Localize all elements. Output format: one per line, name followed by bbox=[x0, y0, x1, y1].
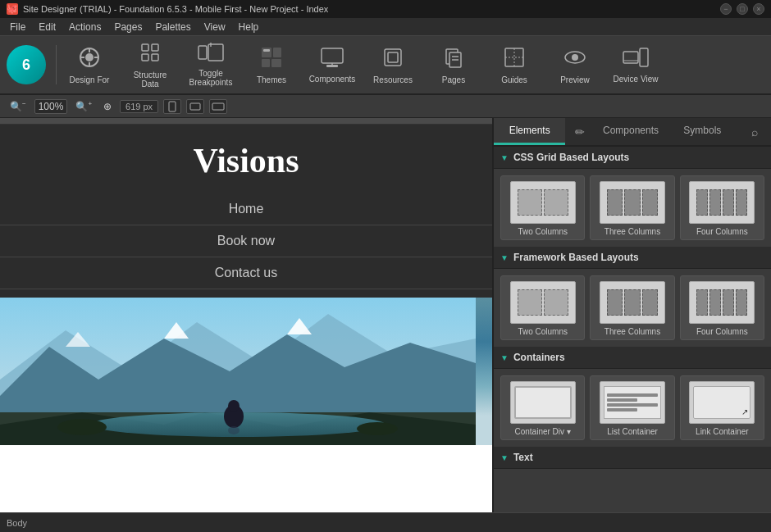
element-fw-two-col[interactable]: Two Columns bbox=[500, 275, 585, 340]
svg-point-50 bbox=[57, 419, 107, 435]
structure-data-icon bbox=[139, 41, 162, 67]
element-list-container[interactable]: List Container bbox=[590, 375, 674, 440]
toolbar-device-view[interactable]: Device View bbox=[606, 39, 665, 91]
toolbar-structure-data[interactable]: Structure Data bbox=[121, 39, 180, 91]
menu-actions[interactable]: Actions bbox=[62, 20, 107, 34]
css-four-col-thumb bbox=[689, 181, 755, 224]
link-container-thumb: ↗ bbox=[689, 381, 755, 424]
svg-rect-22 bbox=[388, 52, 398, 62]
svg-rect-6 bbox=[142, 44, 148, 51]
toolbar-toggle-breakpoints[interactable]: Toggle Breakpoints bbox=[181, 39, 240, 91]
fw-two-col-thumb bbox=[510, 281, 576, 324]
toolbar-preview[interactable]: Preview bbox=[545, 39, 604, 91]
device-view-label: Device View bbox=[614, 75, 659, 84]
toolbar-components[interactable]: Components bbox=[303, 39, 362, 91]
canvas-scrollbar-horizontal[interactable] bbox=[0, 118, 492, 125]
guides-label: Guides bbox=[501, 75, 527, 84]
menu-view[interactable]: View bbox=[198, 20, 232, 34]
svg-rect-33 bbox=[640, 48, 648, 66]
panel-content: ▼ CSS Grid Based Layouts Two Columns bbox=[494, 147, 771, 512]
site-title: Visions bbox=[0, 141, 492, 180]
zoom-out-button[interactable]: 🔍− bbox=[7, 98, 30, 114]
container-div-thumb bbox=[510, 381, 576, 424]
svg-rect-16 bbox=[271, 59, 281, 67]
toolbar-themes[interactable]: Themes bbox=[242, 39, 301, 91]
view-mode-phone[interactable] bbox=[163, 99, 181, 114]
svg-point-51 bbox=[357, 422, 398, 435]
canvas-size: 619 px bbox=[120, 100, 158, 113]
zoom-out-icon: 🔍− bbox=[10, 100, 26, 112]
menu-file[interactable]: File bbox=[3, 20, 32, 34]
menu-palettes[interactable]: Palettes bbox=[148, 20, 197, 34]
window-title: Site Designer (TRIAL) - Foundation 6.5.3… bbox=[23, 4, 720, 14]
device-view-icon bbox=[623, 47, 649, 71]
container-div-label: Container Div ▾ bbox=[514, 427, 570, 436]
panel-search-icon[interactable]: ⌕ bbox=[738, 119, 771, 145]
element-css-two-col[interactable]: Two Columns bbox=[500, 175, 585, 240]
close-button[interactable]: × bbox=[753, 3, 764, 15]
fw-three-col-thumb bbox=[600, 281, 665, 324]
toolbar: 6 Design For Structure Data Toggle Break… bbox=[0, 36, 771, 95]
element-container-div[interactable]: Container Div ▾ bbox=[500, 375, 585, 440]
status-bar: Body bbox=[0, 512, 771, 532]
toggle-breakpoints-icon bbox=[198, 43, 224, 66]
section-text[interactable]: ▼ Text bbox=[494, 447, 771, 469]
pages-label: Pages bbox=[442, 75, 465, 84]
section-containers[interactable]: ▼ Containers bbox=[494, 347, 771, 369]
tab-components[interactable]: Components bbox=[595, 118, 666, 145]
css-four-col-label: Four Columns bbox=[696, 227, 748, 236]
zoom-in-button[interactable]: 🔍+ bbox=[72, 98, 95, 114]
main-area: Visions Home Book now Contact us bbox=[0, 118, 771, 512]
svg-rect-36 bbox=[190, 103, 200, 110]
zoom-value: 100% bbox=[34, 99, 68, 114]
themes-icon bbox=[260, 46, 283, 72]
svg-rect-7 bbox=[152, 44, 158, 51]
title-bar: 🐙 Site Designer (TRIAL) - Foundation 6.5… bbox=[0, 0, 771, 18]
svg-rect-18 bbox=[322, 48, 343, 63]
css-three-col-thumb bbox=[600, 181, 665, 224]
svg-point-49 bbox=[228, 426, 240, 434]
section-css-grid[interactable]: ▼ CSS Grid Based Layouts bbox=[494, 147, 771, 169]
element-css-four-col[interactable]: Four Columns bbox=[680, 175, 764, 240]
pages-icon bbox=[442, 46, 465, 72]
app-icon: 🐙 bbox=[7, 3, 18, 15]
structure-data-label: Structure Data bbox=[124, 70, 176, 89]
preview-label: Preview bbox=[560, 75, 590, 84]
canvas-content: Visions Home Book now Contact us bbox=[0, 125, 492, 512]
zoom-fit-button[interactable]: ⊕ bbox=[100, 99, 115, 114]
framework-elements: Two Columns Three Columns bbox=[494, 269, 771, 347]
framework-arrow: ▼ bbox=[500, 253, 509, 262]
framework-title: Framework Based Layouts bbox=[513, 252, 639, 263]
toolbar-design-for[interactable]: Design For bbox=[60, 39, 119, 91]
site-nav: Home Book now Contact us bbox=[0, 193, 492, 298]
toolbar-resources[interactable]: Resources bbox=[363, 39, 422, 91]
menu-pages[interactable]: Pages bbox=[107, 20, 148, 34]
panel-tabs: Elements ✏ Components Symbols ⌕ bbox=[494, 118, 771, 147]
view-mode-desktop[interactable] bbox=[209, 99, 227, 114]
toolbar-guides[interactable]: Guides bbox=[485, 39, 544, 91]
element-css-three-col[interactable]: Three Columns bbox=[590, 175, 674, 240]
menu-help[interactable]: Help bbox=[232, 20, 266, 34]
svg-rect-15 bbox=[262, 59, 270, 67]
svg-rect-19 bbox=[326, 65, 338, 67]
svg-rect-21 bbox=[385, 49, 401, 66]
pencil-icon[interactable]: ✏ bbox=[565, 125, 595, 139]
view-mode-tablet[interactable] bbox=[186, 99, 204, 114]
menu-edit[interactable]: Edit bbox=[32, 20, 62, 34]
element-link-container[interactable]: ↗ Link Container bbox=[680, 375, 764, 440]
svg-rect-9 bbox=[152, 54, 158, 61]
zoom-in-icon: 🔍+ bbox=[75, 100, 92, 112]
section-framework[interactable]: ▼ Framework Based Layouts bbox=[494, 247, 771, 269]
tab-elements[interactable]: Elements bbox=[494, 118, 565, 145]
element-fw-three-col[interactable]: Three Columns bbox=[590, 275, 674, 340]
app-logo: 6 bbox=[3, 39, 49, 91]
toolbar-pages[interactable]: Pages bbox=[424, 39, 483, 91]
minimize-button[interactable]: − bbox=[720, 3, 732, 15]
tab-symbols[interactable]: Symbols bbox=[667, 118, 738, 145]
element-fw-four-col[interactable]: Four Columns bbox=[680, 275, 764, 340]
maximize-button[interactable]: □ bbox=[737, 3, 748, 15]
components-label: Components bbox=[309, 75, 356, 84]
list-container-label: List Container bbox=[607, 427, 658, 436]
resources-label: Resources bbox=[373, 75, 413, 84]
svg-rect-13 bbox=[262, 48, 271, 57]
